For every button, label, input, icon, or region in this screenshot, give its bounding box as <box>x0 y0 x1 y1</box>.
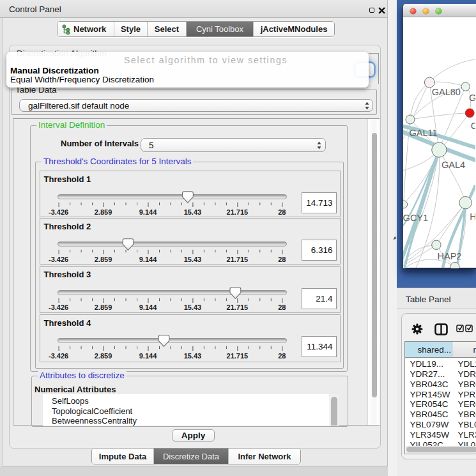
svg-text:GCY1: GCY1 <box>403 213 428 223</box>
svg-text:H: H <box>470 211 475 222</box>
svg-text:GAL11: GAL11 <box>410 128 438 138</box>
svg-text:HAP2: HAP2 <box>438 251 462 261</box>
svg-text:GAL80: GAL80 <box>432 87 461 97</box>
svg-text:GA: GA <box>469 93 475 103</box>
svg-text:C: C <box>471 121 475 131</box>
svg-text:GAL4: GAL4 <box>441 160 465 170</box>
